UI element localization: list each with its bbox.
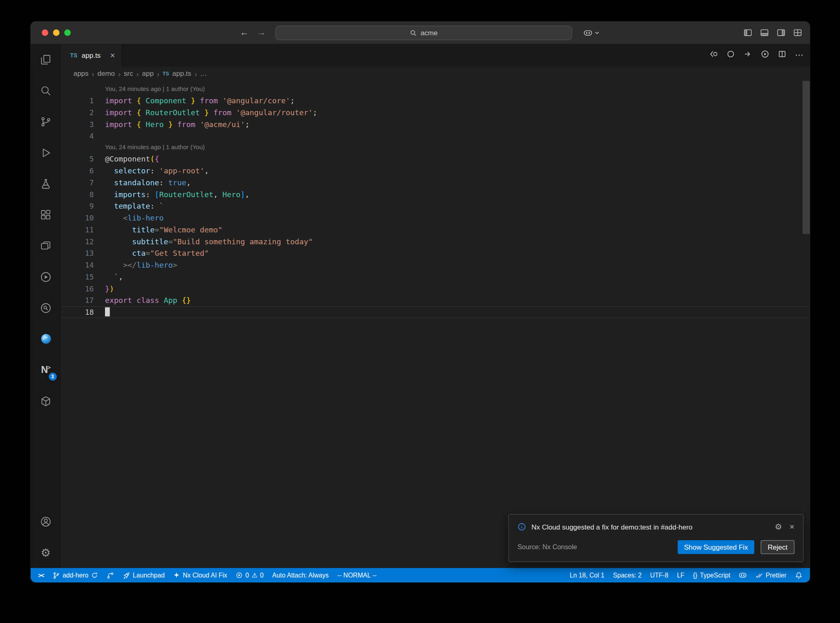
code-line-15[interactable]: 15 `, bbox=[62, 271, 810, 283]
close-window-button[interactable] bbox=[42, 30, 48, 36]
bell-icon bbox=[795, 571, 802, 579]
activity-packages[interactable] bbox=[30, 385, 61, 416]
split-editor-button[interactable] bbox=[778, 50, 786, 60]
history-forward-button[interactable]: → bbox=[254, 21, 268, 44]
breadcrumb[interactable]: apps› demo› src› app› TS app.ts› … bbox=[62, 66, 810, 81]
warning-count: 0 bbox=[260, 571, 264, 579]
toggle-outline-button[interactable] bbox=[726, 50, 735, 60]
run-file-button[interactable] bbox=[761, 50, 769, 60]
status-bar: >< add-hero Launchpad Nx Cloud AI Fix bbox=[30, 568, 810, 582]
workbench: N> 3 ⚙ TS app.ts × bbox=[30, 44, 810, 568]
line-number: 15 bbox=[62, 271, 94, 283]
notification-settings-icon[interactable]: ⚙ bbox=[775, 522, 782, 532]
notification-footer: Source: Nx Console Show Suggested Fix Re… bbox=[518, 540, 794, 554]
code-line-5[interactable]: 5@Component({ bbox=[62, 153, 810, 165]
tab-app-ts[interactable]: TS app.ts × bbox=[62, 44, 122, 66]
command-center-search[interactable]: acme bbox=[275, 26, 572, 40]
nx-cloud-ai-fix-button[interactable]: Nx Cloud AI Fix bbox=[169, 568, 231, 582]
activity-code-search[interactable] bbox=[30, 292, 61, 323]
copilot-status-button[interactable] bbox=[735, 568, 751, 582]
code-line-2[interactable]: 2import { RouterOutlet } from '@angular/… bbox=[62, 107, 810, 118]
breadcrumb-item[interactable]: src bbox=[124, 70, 133, 78]
open-changes-button[interactable] bbox=[709, 50, 718, 60]
branch-status-button[interactable]: add-hero bbox=[48, 568, 102, 582]
code-line-12[interactable]: 12 subtitle="Build something amazing tod… bbox=[62, 236, 810, 248]
activity-run-debug[interactable] bbox=[30, 137, 61, 168]
commit-graph-icon bbox=[107, 571, 114, 579]
line-number: 3 bbox=[62, 118, 94, 130]
code-line-3[interactable]: 3import { Hero } from '@acme/ui'; bbox=[62, 118, 810, 130]
more-actions-icon[interactable]: ⋯ bbox=[795, 51, 803, 59]
scrollbar-thumb[interactable] bbox=[803, 81, 810, 234]
extensions-icon bbox=[40, 209, 52, 221]
activity-source-control[interactable] bbox=[30, 106, 61, 137]
activity-edge-tools[interactable] bbox=[30, 323, 61, 355]
encoding-button[interactable]: UTF-8 bbox=[646, 568, 673, 582]
settings-button[interactable]: ⚙ bbox=[30, 537, 61, 568]
activity-search[interactable] bbox=[30, 75, 61, 106]
breadcrumb-item[interactable]: demo bbox=[98, 70, 115, 78]
remote-indicator-button[interactable]: >< bbox=[34, 568, 48, 582]
customize-layout-button[interactable] bbox=[793, 28, 802, 37]
code-line-9[interactable]: 9 template: ` bbox=[62, 200, 810, 212]
activity-explorer[interactable] bbox=[30, 44, 61, 75]
code-line-13[interactable]: 13 cta="Get Started" bbox=[62, 247, 810, 259]
eol-button[interactable]: LF bbox=[673, 568, 689, 582]
code-line-11[interactable]: 11 title="Welcmoe demo" bbox=[62, 224, 810, 236]
activity-task-runner[interactable] bbox=[30, 261, 61, 292]
warning-icon: ⚠ bbox=[251, 572, 257, 579]
nx-cloud-ai-fix-label: Nx Cloud AI Fix bbox=[183, 571, 227, 579]
code-line-7[interactable]: 7 standalone: true, bbox=[62, 177, 810, 189]
code-line-14[interactable]: 14 ></lib-hero> bbox=[62, 259, 810, 271]
launchpad-button[interactable]: Launchpad bbox=[119, 568, 169, 582]
typescript-file-icon: TS bbox=[162, 70, 169, 76]
editor-group: TS app.ts × ⋯ apps› demo› bbox=[62, 44, 810, 568]
code-line-8[interactable]: 8 imports: [RouterOutlet, Hero], bbox=[62, 189, 810, 200]
toggle-panel-button[interactable] bbox=[760, 28, 769, 37]
arrow-run-icon bbox=[744, 50, 752, 58]
editor-actions: ⋯ bbox=[709, 44, 803, 66]
code-line-10[interactable]: 10 <lib-hero bbox=[62, 212, 810, 224]
breadcrumb-file[interactable]: app.ts bbox=[172, 70, 191, 78]
code-line-4[interactable]: 4 bbox=[62, 130, 810, 142]
toggle-primary-sidebar-button[interactable] bbox=[744, 28, 752, 37]
activity-extensions[interactable] bbox=[30, 199, 61, 230]
code-line-16[interactable]: 16}) bbox=[62, 283, 810, 295]
code-editor[interactable]: You, 24 minutes ago | 1 author (You)1imp… bbox=[62, 81, 810, 568]
close-icon[interactable]: × bbox=[790, 522, 794, 532]
vim-mode-indicator[interactable]: -- NORMAL -- bbox=[333, 568, 381, 582]
toggle-secondary-sidebar-button[interactable] bbox=[777, 28, 785, 37]
breadcrumb-item[interactable]: app bbox=[142, 70, 153, 78]
tab-label: app.ts bbox=[82, 51, 100, 59]
prettier-status-button[interactable]: Prettier bbox=[751, 568, 791, 582]
breadcrumb-item[interactable]: apps bbox=[73, 70, 89, 78]
open-changes-icon bbox=[709, 50, 718, 58]
language-mode-button[interactable]: {} TypeScript bbox=[689, 568, 735, 582]
activity-browser-preview[interactable] bbox=[30, 230, 61, 261]
indentation-button[interactable]: Spaces: 2 bbox=[609, 568, 646, 582]
run-below-button[interactable] bbox=[744, 50, 752, 60]
code-line-18[interactable]: 18 bbox=[62, 306, 810, 318]
titlebar: ← → acme bbox=[30, 21, 810, 44]
activity-testing[interactable] bbox=[30, 168, 61, 199]
code-line-17[interactable]: 17export class App {} bbox=[62, 294, 810, 306]
problems-button[interactable]: 0 ⚠ 0 bbox=[231, 568, 268, 582]
line-number: 4 bbox=[62, 130, 94, 142]
copilot-menu-button[interactable] bbox=[583, 21, 599, 44]
accounts-button[interactable] bbox=[30, 506, 61, 537]
code-line-6[interactable]: 6 selector: 'app-root', bbox=[62, 165, 810, 177]
notification-source: Source: Nx Console bbox=[518, 543, 671, 551]
history-back-button[interactable]: ← bbox=[237, 21, 251, 44]
commit-graph-button[interactable] bbox=[102, 568, 118, 582]
activity-nx-console[interactable]: N> 3 bbox=[30, 355, 61, 386]
breadcrumb-more[interactable]: … bbox=[200, 70, 207, 78]
notifications-bell-button[interactable] bbox=[791, 568, 807, 582]
minimize-window-button[interactable] bbox=[53, 30, 59, 36]
auto-attach-status[interactable]: Auto Attach: Always bbox=[268, 568, 333, 582]
show-suggested-fix-button[interactable]: Show Suggested Fix bbox=[678, 540, 754, 554]
close-tab-icon[interactable]: × bbox=[110, 50, 115, 59]
reject-button[interactable]: Reject bbox=[761, 540, 794, 554]
cursor-position-button[interactable]: Ln 18, Col 1 bbox=[566, 568, 609, 582]
code-line-1[interactable]: 1import { Component } from '@angular/cor… bbox=[62, 95, 810, 107]
zoom-window-button[interactable] bbox=[64, 30, 71, 36]
